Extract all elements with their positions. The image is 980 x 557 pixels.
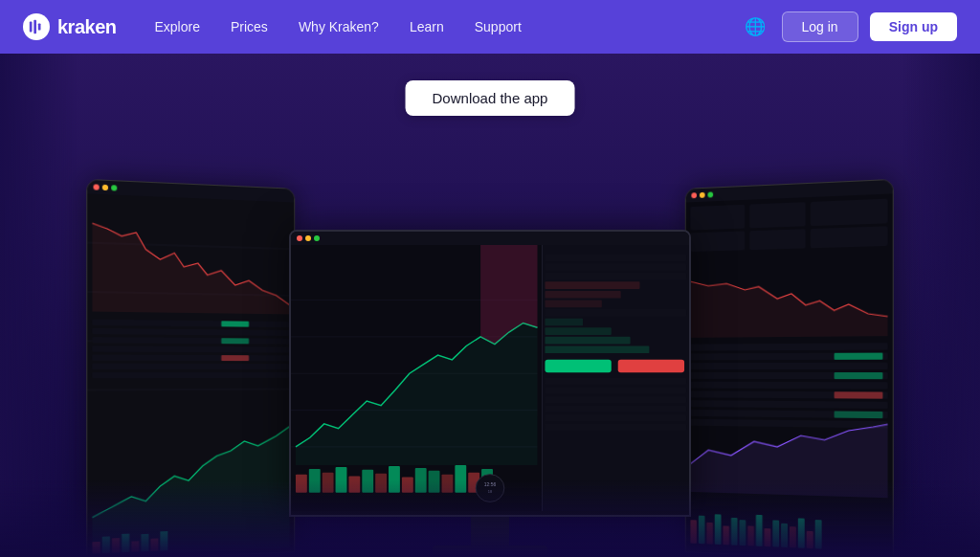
svg-rect-37 [545,255,686,262]
screen-topbar-center [291,232,689,245]
svg-rect-43 [545,309,686,317]
svg-rect-14 [92,372,289,378]
svg-rect-92 [835,372,883,379]
login-button[interactable]: Log in [782,11,858,42]
nav-links: Explore Prices Why Kraken? Learn Support [155,19,740,34]
close-dot [94,184,100,189]
svg-rect-1 [33,20,36,33]
svg-rect-9 [92,328,289,336]
svg-rect-39 [545,273,686,280]
svg-rect-8 [92,320,289,327]
svg-rect-11 [92,345,289,352]
nav-explore[interactable]: Explore [155,19,200,34]
svg-rect-12 [92,355,289,362]
close-dot-c [297,235,302,241]
svg-rect-46 [545,337,630,345]
nav-why-kraken[interactable]: Why Kraken? [299,19,379,34]
svg-rect-40 [545,281,639,289]
svg-rect-45 [545,327,611,335]
svg-rect-77 [811,199,888,226]
expand-dot-r [707,191,713,197]
minimize-dot [102,185,108,190]
svg-rect-44 [545,319,583,326]
svg-line-6 [87,390,294,390]
svg-rect-55 [545,424,686,431]
nav-right: 🌐 Log in Sign up [740,11,957,42]
svg-rect-49 [618,360,684,372]
svg-rect-75 [690,205,745,231]
svg-rect-2 [38,23,41,30]
svg-rect-13 [92,364,289,369]
signup-button[interactable]: Sign up [870,12,957,41]
svg-rect-52 [545,396,686,403]
svg-rect-50 [545,378,686,385]
svg-rect-48 [545,360,611,372]
minimize-dot-r [700,192,705,198]
svg-rect-86 [690,382,887,390]
svg-rect-15 [221,321,249,326]
nav-prices[interactable]: Prices [231,19,268,34]
svg-rect-54 [545,414,686,421]
logo[interactable]: kraken [23,13,117,40]
close-dot-r [691,192,697,198]
expand-dot-c [314,235,320,241]
svg-rect-79 [749,229,806,250]
svg-rect-16 [221,338,249,344]
svg-rect-51 [545,388,686,394]
svg-rect-80 [811,226,888,248]
svg-rect-78 [690,232,745,252]
svg-rect-91 [835,353,883,360]
navbar: kraken Explore Prices Why Kraken? Learn … [0,0,980,54]
minimize-dot-c [305,235,311,241]
nav-support[interactable]: Support [475,19,522,34]
svg-rect-53 [545,406,686,412]
svg-rect-0 [30,22,33,33]
svg-rect-93 [835,391,883,398]
svg-marker-7 [92,223,289,314]
download-app-button[interactable]: Download the app [406,80,575,116]
logo-icon [23,13,50,40]
svg-rect-41 [545,291,620,299]
logo-wordmark: kraken [57,16,117,38]
center-screen: 12:56 18 [289,230,691,517]
center-chart-area: 12:56 18 [291,245,689,511]
svg-rect-94 [835,411,883,418]
svg-rect-84 [690,363,887,369]
language-button[interactable]: 🌐 [740,11,770,42]
svg-rect-76 [749,202,806,228]
svg-rect-17 [221,355,249,361]
nav-learn[interactable]: Learn [410,19,444,34]
svg-rect-10 [92,337,289,345]
svg-rect-42 [545,301,601,308]
hero-section: Download the app [0,54,980,557]
svg-rect-47 [545,345,649,353]
svg-rect-38 [545,263,686,271]
svg-rect-82 [690,343,887,350]
gradient-bottom [0,480,980,557]
expand-dot [111,185,117,190]
